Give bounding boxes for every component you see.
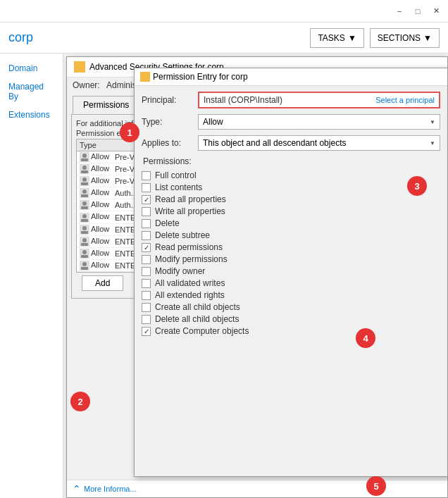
app-title: corp bbox=[8, 30, 33, 45]
sidebar-item-extensions[interactable]: Extensions bbox=[0, 106, 63, 124]
sidebar: Domain Managed By Extensions bbox=[0, 54, 63, 498]
checkbox-box-create-computer[interactable]: ✓ bbox=[142, 327, 151, 336]
checkbox-delete-subtree[interactable]: Delete subtree bbox=[142, 230, 440, 240]
row-type: Allow bbox=[80, 200, 115, 210]
checkmark-read-all-props: ✓ bbox=[144, 196, 149, 204]
checkbox-box-list-contents[interactable] bbox=[142, 183, 151, 192]
row-type: Allow bbox=[80, 188, 115, 198]
checkbox-label-full-control: Full control bbox=[155, 170, 197, 180]
perm-entry-titlebar: Permission Entry for corp bbox=[135, 68, 447, 86]
add-button[interactable]: Add bbox=[82, 275, 123, 291]
main-toolbar: corp TASKS ▼ SECTIONS ▼ bbox=[0, 23, 448, 54]
svg-rect-23 bbox=[81, 243, 88, 246]
checkbox-box-full-control[interactable] bbox=[142, 171, 151, 180]
row-type: Allow bbox=[80, 152, 115, 162]
permissions-section-label: Permissions: bbox=[142, 156, 440, 166]
svg-rect-26 bbox=[81, 255, 88, 258]
perm-entry-dialog: Permission Entry for corp Principal: Ins… bbox=[134, 68, 448, 477]
tab-permissions[interactable]: Permissions bbox=[73, 96, 139, 114]
minimize-button[interactable]: − bbox=[390, 3, 409, 20]
row-type: Allow bbox=[80, 225, 115, 235]
svg-rect-2 bbox=[81, 158, 88, 161]
checkbox-label-create-computer: Create Computer objects bbox=[155, 326, 249, 336]
row-type: Allow bbox=[80, 176, 115, 186]
checkbox-delete[interactable]: Delete bbox=[142, 218, 440, 228]
svg-point-7 bbox=[82, 178, 87, 182]
checkbox-label-all-extended: All extended rights bbox=[155, 290, 225, 300]
checkbox-box-modify-perms[interactable] bbox=[142, 255, 151, 264]
checkmark-read-perms: ✓ bbox=[144, 244, 149, 251]
row-type: Allow bbox=[80, 237, 115, 247]
checkbox-all-validated[interactable]: All validated writes bbox=[142, 278, 440, 288]
row-type: Allow bbox=[80, 261, 115, 270]
checkbox-label-delete: Delete bbox=[155, 218, 180, 228]
applies-row: Applies to: This object and all descenda… bbox=[142, 135, 440, 151]
checkbox-delete-child[interactable]: Delete all child objects bbox=[142, 314, 440, 324]
checkbox-label-read-all-props: Read all properties bbox=[155, 194, 226, 204]
checkbox-label-modify-perms: Modify permissions bbox=[155, 254, 228, 264]
principal-field[interactable]: Install (CORP\Install) Select a principa… bbox=[198, 92, 440, 108]
checkbox-label-delete-subtree: Delete subtree bbox=[155, 230, 210, 240]
svg-rect-17 bbox=[81, 219, 88, 222]
more-info-text: More Informa... bbox=[84, 485, 137, 493]
select-principal-link[interactable]: Select a principal bbox=[375, 96, 435, 104]
checkbox-box-all-extended[interactable] bbox=[142, 291, 151, 300]
applies-value: This object and all descendant objects bbox=[203, 138, 346, 148]
principal-row: Principal: Install (CORP\Install) Select… bbox=[142, 92, 440, 108]
checkbox-box-delete[interactable] bbox=[142, 219, 151, 228]
owner-label: Owner: bbox=[73, 80, 100, 90]
sections-button[interactable]: SECTIONS ▼ bbox=[370, 28, 440, 48]
checkbox-label-write-all-props: Write all properties bbox=[155, 206, 225, 216]
checkbox-read-perms[interactable]: ✓ Read permissions bbox=[142, 242, 440, 252]
more-info-section[interactable]: ⌃ More Informa... bbox=[67, 480, 447, 497]
checkbox-label-create-child: Create all child objects bbox=[155, 302, 240, 312]
checkbox-list-contents[interactable]: List contents bbox=[142, 182, 440, 192]
checkbox-modify-owner[interactable]: Modify owner bbox=[142, 266, 440, 276]
perm-entry-body: Principal: Install (CORP\Install) Select… bbox=[135, 86, 447, 342]
checkbox-box-all-validated[interactable] bbox=[142, 279, 151, 288]
checkbox-box-delete-child[interactable] bbox=[142, 315, 151, 324]
svg-point-13 bbox=[82, 201, 87, 206]
checkbox-label-delete-child: Delete all child objects bbox=[155, 314, 239, 324]
type-dropdown[interactable]: Allow ▼ bbox=[198, 114, 440, 130]
svg-point-4 bbox=[82, 166, 87, 170]
checkbox-full-control[interactable]: Full control bbox=[142, 170, 440, 180]
checkbox-all-extended[interactable]: All extended rights bbox=[142, 290, 440, 300]
checkbox-label-read-perms: Read permissions bbox=[155, 242, 223, 252]
applies-label: Applies to: bbox=[142, 138, 198, 148]
type-label: Type: bbox=[142, 117, 198, 127]
tasks-button[interactable]: TASKS ▼ bbox=[310, 28, 363, 48]
type-dropdown-icon: ▼ bbox=[430, 119, 435, 125]
checkbox-box-read-perms[interactable]: ✓ bbox=[142, 243, 151, 252]
checkbox-box-read-all-props[interactable]: ✓ bbox=[142, 195, 151, 204]
sections-dropdown-icon: ▼ bbox=[423, 33, 432, 43]
checkbox-modify-perms[interactable]: Modify permissions bbox=[142, 254, 440, 264]
sections-label: SECTIONS bbox=[378, 33, 421, 43]
svg-rect-8 bbox=[81, 182, 88, 185]
permissions-checkbox-list: Full control List contents ✓ Read all pr… bbox=[142, 170, 440, 336]
close-button[interactable]: ✕ bbox=[427, 3, 445, 20]
perm-entry-title-icon bbox=[140, 72, 150, 82]
svg-point-22 bbox=[82, 238, 87, 242]
checkbox-box-delete-subtree[interactable] bbox=[142, 231, 151, 240]
checkbox-read-all-props[interactable]: ✓ Read all properties bbox=[142, 194, 440, 204]
row-type: Allow bbox=[80, 212, 115, 222]
sidebar-item-domain[interactable]: Domain bbox=[0, 59, 63, 77]
type-row: Type: Allow ▼ bbox=[142, 114, 440, 130]
checkbox-box-write-all-props[interactable] bbox=[142, 207, 151, 216]
sidebar-item-managed-by[interactable]: Managed By bbox=[0, 77, 63, 106]
svg-rect-29 bbox=[81, 267, 88, 270]
checkbox-create-child[interactable]: Create all child objects bbox=[142, 302, 440, 312]
checkbox-box-create-child[interactable] bbox=[142, 303, 151, 312]
checkbox-write-all-props[interactable]: Write all properties bbox=[142, 206, 440, 216]
checkbox-create-computer[interactable]: ✓ Create Computer objects bbox=[142, 326, 440, 336]
tasks-label: TASKS bbox=[318, 33, 344, 43]
checkbox-box-modify-owner[interactable] bbox=[142, 267, 151, 276]
svg-rect-5 bbox=[81, 170, 88, 173]
svg-point-19 bbox=[82, 226, 87, 230]
main-content: Advanced Security Settings for corp Owne… bbox=[63, 54, 448, 498]
maximize-button[interactable]: □ bbox=[409, 3, 427, 20]
row-type: Allow bbox=[80, 249, 115, 259]
applies-dropdown[interactable]: This object and all descendant objects ▼ bbox=[198, 135, 440, 151]
checkbox-label-modify-owner: Modify owner bbox=[155, 266, 205, 276]
